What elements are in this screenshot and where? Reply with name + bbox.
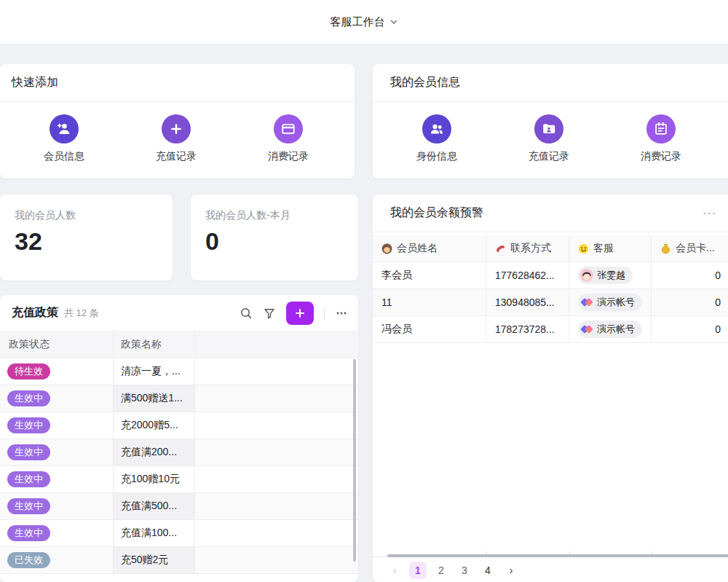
balance-warning-card: 我的会员余额预警 ··· 会员姓名 [373, 194, 728, 582]
girl-avatar [580, 269, 593, 282]
member-count-month-card: 我的会员人数-本月 0 [191, 194, 358, 280]
status-badge: 已失效 [7, 552, 50, 568]
demo-logo [580, 296, 593, 309]
member-name-cell: 11 [373, 289, 486, 315]
member-name-cell: 冯会员 [373, 316, 486, 342]
member-consume-record-label: 消费记录 [641, 150, 681, 163]
balance-warning-table: 会员姓名 联系方式 [373, 235, 728, 343]
table-row[interactable]: 生效中 充值满200... [0, 439, 358, 466]
table-row[interactable]: 11 130948085... 演示帐号 0 [373, 289, 728, 316]
policy-name-cell: 清凉一夏，... [113, 358, 195, 385]
page-3[interactable]: 3 [456, 562, 473, 579]
member-count-month-value: 0 [205, 228, 344, 255]
quick-add-consume-record-label: 消费记录 [268, 150, 309, 163]
person-add-icon [50, 114, 79, 143]
policy-name-cell: 满500赠送1... [113, 385, 195, 412]
search-icon[interactable] [240, 307, 253, 320]
plus-icon [162, 114, 191, 143]
agent-pill: 演示帐号 [578, 294, 642, 311]
col-agent[interactable]: 客服 [569, 235, 652, 261]
policy-table-header: 政策状态 政策名称 [0, 331, 358, 358]
status-badge: 生效中 [7, 498, 50, 514]
status-badge: 生效中 [7, 390, 50, 406]
status-badge: 生效中 [7, 471, 50, 487]
vertical-scrollbar[interactable] [353, 359, 356, 562]
pagination: ‹ 1 2 3 4 › [386, 562, 520, 579]
divider [324, 307, 325, 320]
status-badge: 生效中 [7, 525, 50, 541]
table-row[interactable]: 待生效 清凉一夏，... [0, 358, 358, 385]
balance-warning-title: 我的会员余额预警 [390, 205, 483, 221]
woman-icon [381, 243, 392, 254]
people-icon [422, 114, 451, 143]
agent-pill: 演示帐号 [578, 321, 642, 338]
quick-add-member-info[interactable]: 会员信息 [31, 114, 97, 163]
filter-icon[interactable] [263, 307, 276, 320]
more-icon[interactable] [335, 307, 348, 320]
col-member-card[interactable]: 会员卡... [652, 235, 728, 261]
quick-add-recharge-record-label: 充值记录 [156, 150, 197, 163]
add-policy-button[interactable] [286, 302, 314, 325]
more-icon[interactable]: ··· [703, 207, 716, 220]
demo-logo [580, 323, 593, 336]
dashboard: 客服工作台 快速添加 会员信息 [0, 0, 728, 582]
quick-add-title: 快速添加 [0, 64, 355, 102]
identity-info-label: 身份信息 [416, 150, 457, 163]
col-contact[interactable]: 联系方式 [486, 235, 569, 261]
policy-name-cell: 充值满200... [113, 439, 195, 465]
table-row[interactable]: 已失效 充50赠2元 [0, 547, 358, 574]
quick-add-consume-record[interactable]: 消费记录 [256, 114, 321, 163]
recharge-policy-title: 充值政策 [12, 305, 58, 321]
page-1[interactable]: 1 [409, 562, 427, 579]
table-row[interactable]: 生效中 充值满500... [0, 493, 358, 520]
table-row[interactable]: 李会员 177628462... 张雯越 0 [373, 262, 728, 289]
contact-cell: 177628462... [486, 262, 569, 288]
smiley-icon [578, 243, 589, 254]
chevron-down-icon[interactable] [389, 17, 398, 26]
table-row[interactable]: 生效中 充2000赠5... [0, 412, 358, 439]
my-member-info-title: 我的会员信息 [373, 64, 728, 102]
balance-cell: 0 [652, 289, 728, 315]
member-consume-record-action[interactable]: 消费记录 [628, 114, 694, 163]
next-page-arrow-icon[interactable]: › [502, 562, 520, 579]
policy-name-cell: 充2000赠5... [113, 412, 195, 439]
policy-name-cell: 充值满500... [113, 493, 195, 519]
phone-icon [495, 243, 506, 254]
col-member-name[interactable]: 会员姓名 [373, 235, 486, 261]
agent-cell: 演示帐号 [569, 289, 652, 315]
prev-page-icon[interactable]: ‹ [386, 562, 403, 579]
card-icon [274, 114, 303, 143]
horizontal-scrollbar[interactable] [387, 554, 728, 557]
status-badge: 生效中 [7, 444, 50, 460]
plus-icon [294, 307, 306, 319]
recharge-policy-count: 共 12 条 [64, 307, 99, 320]
policy-name-cell: 充50赠2元 [113, 547, 195, 573]
status-badge: 待生效 [7, 363, 50, 380]
status-badge: 生效中 [7, 417, 50, 433]
member-count-month-label: 我的会员人数-本月 [205, 209, 344, 222]
quick-add-member-info-label: 会员信息 [44, 150, 84, 163]
col-policy-name[interactable]: 政策名称 [113, 331, 195, 358]
member-recharge-record-label: 充值记录 [529, 150, 569, 163]
table-row[interactable]: 生效中 满500赠送1... [0, 385, 358, 412]
policy-name-cell: 充值满100... [113, 520, 195, 546]
member-count-label: 我的会员人数 [15, 209, 158, 222]
member-count-card: 我的会员人数 32 [0, 194, 173, 280]
agent-pill: 张雯越 [578, 267, 633, 284]
workbench-title[interactable]: 客服工作台 [331, 15, 385, 29]
policy-name-cell: 充100赠10元 [113, 466, 195, 492]
col-policy-status[interactable]: 政策状态 [0, 331, 113, 358]
next-page-icon[interactable]: 4 [479, 562, 496, 579]
table-row[interactable]: 冯会员 178273728... 演示帐号 0 [373, 316, 728, 343]
app-topbar: 客服工作台 [0, 0, 728, 44]
recharge-policy-card: 充值政策 共 12 条 [0, 295, 358, 582]
table-row[interactable]: 生效中 充100赠10元 [0, 466, 358, 493]
moneybag-icon [660, 243, 671, 254]
page-2[interactable]: 2 [432, 562, 450, 579]
my-member-info-card: 我的会员信息 身份信息 充值记录 [373, 64, 728, 178]
member-count-value: 32 [15, 228, 158, 255]
quick-add-recharge-record[interactable]: 充值记录 [143, 114, 209, 163]
table-row[interactable]: 生效中 充值满100... [0, 520, 358, 547]
identity-info-action[interactable]: 身份信息 [404, 114, 470, 163]
member-recharge-record-action[interactable]: 充值记录 [516, 114, 582, 163]
